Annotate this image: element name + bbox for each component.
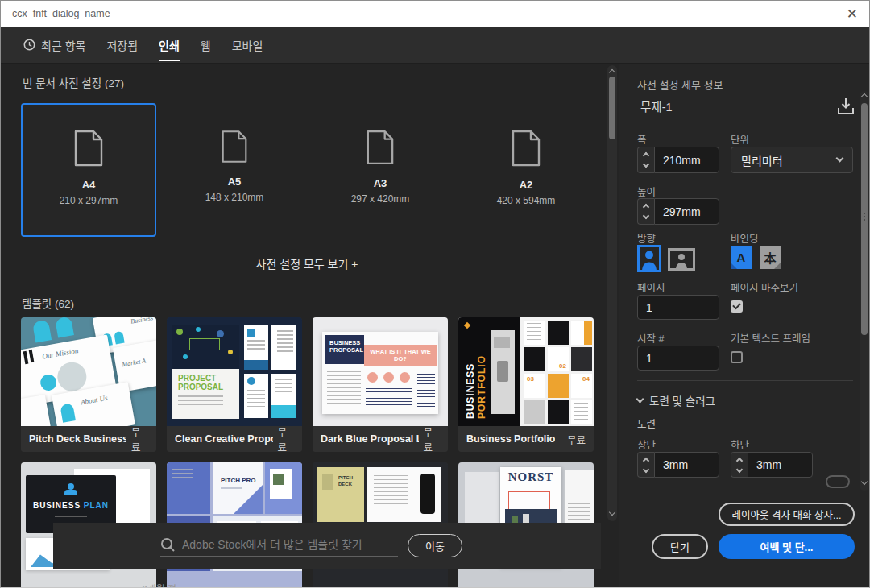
height-input[interactable] [654,198,719,225]
preset-a5[interactable]: A5 148 x 210mm [167,103,302,237]
template-price: 무료 [131,424,148,452]
stepper-down-icon[interactable] [643,466,649,472]
thumb-art [400,372,410,383]
stepper-up-icon[interactable] [736,457,743,463]
preset-size: 420 x 594mm [497,195,556,206]
template-card-dark-blue-proposal[interactable]: BUSINESS PROPOSAL WHAT IS IT THAT WE DO?… [313,317,448,452]
bleed-top-stepper[interactable] [637,452,654,478]
template-name: Clean Creative Propo... [175,433,273,445]
bleed-slug-section-toggle[interactable]: 도련 및 슬러그 [637,392,715,408]
thumb-art [60,403,76,422]
bleed-bottom-label: 하단 [731,437,749,452]
preset-a2[interactable]: A2 420 x 594mm [458,103,594,237]
close-icon[interactable]: ✕ [847,7,858,21]
details-scrollbar[interactable] [860,91,869,491]
binding-right-to-left-icon[interactable]: 本 [760,246,781,269]
orientation-landscape-icon[interactable] [668,248,695,271]
template-price: 무료 [424,424,440,452]
tab-web[interactable]: 웹 [201,27,211,63]
thumb-art [383,372,394,383]
tab-print[interactable]: 인쇄 [159,27,180,63]
thumb-art [221,487,242,489]
preset-a4[interactable]: A4 210 x 297mm [21,103,156,237]
primary-text-frame-checkbox[interactable] [731,351,743,363]
go-button[interactable]: 이동 [408,534,462,557]
scroll-up-icon[interactable] [609,69,615,76]
save-preset-icon[interactable] [835,96,856,117]
binding-left-to-right-icon[interactable]: A [731,246,752,269]
search-icon [160,537,176,553]
tab-mobile[interactable]: 모바일 [232,27,263,63]
stepper-up-icon[interactable] [643,152,649,159]
unit-dropdown[interactable]: 밀리미터 [731,147,853,173]
stepper-down-icon[interactable] [736,466,743,472]
thumb-text: Our Mission [42,346,79,361]
preset-name: A4 [82,179,96,191]
left-scrollbar[interactable] [607,65,617,521]
close-dialog-button[interactable]: 닫기 [652,534,708,559]
height-field [637,198,719,225]
bleed-link-button-partial[interactable] [826,475,850,488]
thumb-art [277,330,293,354]
stepper-up-icon[interactable] [643,457,649,463]
primary-text-frame-label: 기본 텍스트 프레임 [731,330,810,346]
preset-size: 297 x 420mm [351,193,410,205]
stepper-up-icon[interactable] [643,204,649,210]
scroll-up-icon[interactable] [861,93,868,100]
document-name-row [637,94,831,118]
thumb-art: PROJECT PROPOSAL [172,369,239,419]
thumb-art [64,490,77,495]
thumb-art [571,400,592,424]
thumb-art [217,330,224,337]
scroll-down-icon[interactable] [609,509,615,516]
tab-recent[interactable]: 최근 항목 [23,27,85,63]
start-number-input[interactable] [637,346,719,371]
thumb-text: 02 [559,362,566,370]
thumb-text: BUSINESS [33,501,81,510]
thumb-text: 03 [527,375,534,383]
template-card-business-portfolio[interactable]: BUSINESS PORTFOLIO 02 03 [458,317,594,452]
bleed-bottom-input[interactable] [748,452,813,478]
bleed-top-input[interactable] [654,452,719,478]
bleed-bottom-stepper[interactable] [731,452,748,478]
margins-columns-button[interactable]: 여백 및 단... [719,534,855,559]
template-name: Dark Blue Proposal L... [321,433,419,445]
facing-pages-label: 페이지 마주보기 [731,280,798,295]
thumb-art: 03 [524,374,545,398]
stock-search-input[interactable] [182,534,392,555]
orientation-portrait-icon[interactable] [637,245,661,272]
stepper-down-icon[interactable] [643,213,649,219]
stepper-down-icon[interactable] [643,161,649,168]
width-stepper[interactable] [637,147,654,173]
width-label: 폭 [637,131,647,147]
chevron-down-icon [636,395,644,403]
thumb-text: Market A [122,357,147,368]
width-input[interactable] [654,147,719,173]
document-name-input[interactable] [637,94,831,118]
view-all-presets-link[interactable]: 사전 설정 모두 보기 + [1,255,613,271]
bleed-bottom-field [731,452,813,478]
new-document-dialog: ccx_fnft_dialog_name ✕ 최근 항목 저장됨 인쇄 웹 모바… [0,0,870,588]
facing-pages-checkbox[interactable] [731,300,743,313]
thumb-art [524,321,545,345]
scroll-down-icon[interactable] [861,478,868,485]
details-scrollbar-thumb[interactable] [861,103,868,335]
tab-saved[interactable]: 저장됨 [106,27,138,63]
template-card-pitch-deck[interactable]: Business Goal Our Mission Market A About… [21,317,156,452]
height-stepper[interactable] [637,198,654,225]
clock-icon [23,39,35,51]
thumb-text: PROPOSAL [178,383,239,391]
layout-grid-dialog-button[interactable]: 레이아웃 격자 대화 상자... [719,503,855,526]
left-scrollbar-thumb[interactable] [609,77,615,139]
preset-a3[interactable]: A3 297 x 420mm [313,103,448,237]
stock-search-bar: 이동 [53,523,601,569]
thumb-art [524,400,545,424]
preset-name: A5 [228,176,242,188]
template-card-clean-creative[interactable]: PROJECT PROPOSAL [167,317,302,452]
template-age-partial-text: 6개월 전 [142,582,176,588]
tab-recent-label: 최근 항목 [41,37,85,53]
pages-input[interactable] [637,295,719,320]
preset-size: 148 x 210mm [205,192,264,203]
thumb-art [234,485,263,514]
thumb-text: PITCH PRO [221,477,256,484]
